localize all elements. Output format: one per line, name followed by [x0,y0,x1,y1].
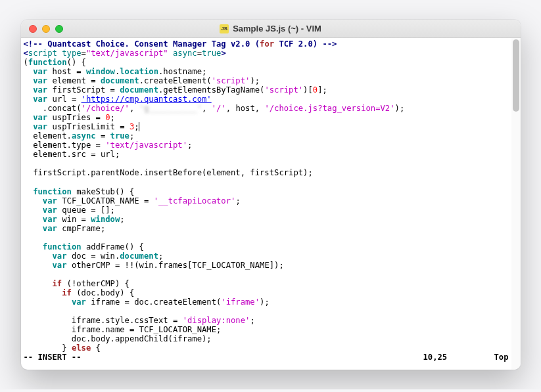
titlebar: JS Sample JS.js (~) - VIM [21,20,521,38]
scroll-position: Top [482,353,509,362]
status-line: -- INSERT -- 10,25 Top [21,353,511,364]
traffic-lights [21,25,63,33]
vim-mode: -- INSERT -- [24,353,82,362]
window-title-text: Sample JS.js (~) - VIM [233,24,321,33]
vim-window: JS Sample JS.js (~) - VIM <!-- Quantcast… [21,20,521,370]
cursor-position: 10,25 [423,353,482,362]
js-file-icon: JS [220,24,229,33]
window-title: JS Sample JS.js (~) - VIM [21,24,521,33]
cursor [139,122,139,131]
minimize-icon[interactable] [42,25,50,33]
scrollbar-thumb[interactable] [513,39,519,112]
scrollbar[interactable] [511,38,521,370]
editor-viewport[interactable]: <!-- Quantcast Choice. Consent Manager T… [21,38,521,370]
code-area[interactable]: <!-- Quantcast Choice. Consent Manager T… [21,38,511,353]
zoom-icon[interactable] [55,25,63,33]
close-icon[interactable] [29,25,37,33]
